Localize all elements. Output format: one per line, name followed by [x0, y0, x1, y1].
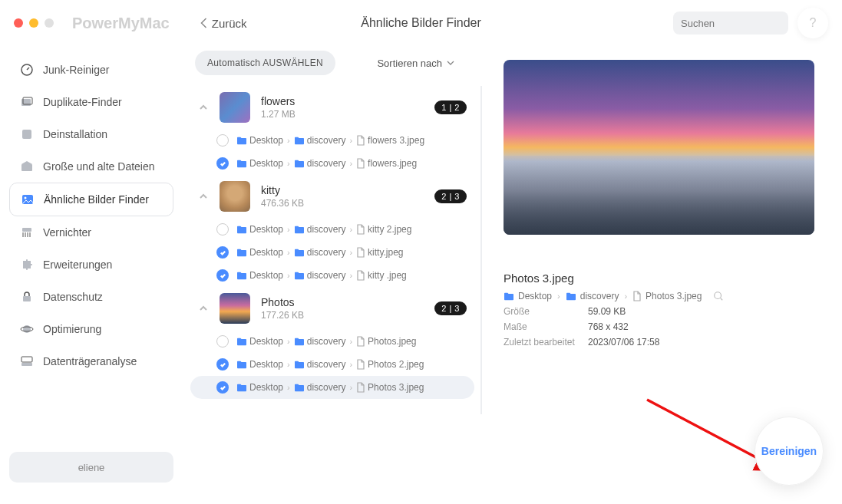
sidebar-item-folders[interactable]: Duplikate-Finder [9, 86, 173, 118]
group-header[interactable]: kitty476.36 KB 2 | 3 [190, 175, 474, 218]
checkbox-checked[interactable] [216, 157, 229, 170]
meta-val-dim: 768 x 432 [588, 321, 629, 332]
folder-icon [504, 292, 514, 301]
user-bar[interactable]: eliene [9, 452, 173, 483]
sidebar-item-app[interactable]: Deinstallation [9, 118, 173, 150]
folder-icon [294, 225, 305, 234]
folder-icon [294, 383, 305, 392]
planet-icon [20, 322, 34, 336]
sidebar-item-planet[interactable]: Optimierung [9, 313, 173, 345]
close-window-button[interactable] [14, 18, 23, 28]
file-icon [356, 382, 365, 393]
file-row[interactable]: Desktop › discovery › flowers.jpeg [190, 152, 474, 175]
file-row[interactable]: Desktop › discovery › Photos 2.jpeg [190, 353, 474, 376]
svg-point-14 [715, 292, 721, 299]
folders-icon [20, 95, 34, 109]
sidebar-item-label: Ähnliche Bilder Finder [44, 193, 149, 206]
sidebar-item-image[interactable]: Ähnliche Bilder Finder [9, 183, 173, 216]
group-count-badge: 2 | 3 [434, 189, 467, 203]
lock-icon [20, 290, 34, 304]
auto-select-button[interactable]: Automatisch AUSWÄHLEN [195, 51, 335, 75]
page-title: Ähnliche Bilder Finder [361, 16, 481, 30]
group-header[interactable]: flowers1.27 MB 1 | 2 [190, 86, 474, 129]
file-icon [356, 135, 365, 146]
checkbox-checked[interactable] [216, 246, 229, 259]
back-label: Zurück [212, 17, 247, 30]
folder-icon [236, 360, 247, 369]
sidebar-item-box[interactable]: Große und alte Dateien [9, 150, 173, 183]
file-path: Desktop › discovery › Photos.jpeg [236, 336, 416, 347]
file-row[interactable]: Desktop › discovery › Photos 3.jpeg [190, 376, 474, 399]
sidebar-item-label: Deinstallation [43, 128, 107, 140]
group-count-badge: 2 | 3 [434, 301, 467, 315]
file-path: Desktop › discovery › Photos 3.jpeg [236, 382, 424, 393]
box-icon [20, 160, 34, 173]
svg-rect-12 [21, 363, 32, 366]
file-path: Desktop › discovery › flowers.jpeg [236, 158, 417, 169]
sidebar-item-shredder[interactable]: Vernichter [9, 216, 173, 249]
back-button[interactable]: Zurück [200, 17, 247, 30]
file-icon [632, 291, 642, 301]
checkbox-unchecked[interactable] [216, 134, 229, 147]
folder-icon [236, 225, 247, 234]
file-icon [356, 158, 365, 169]
collapse-toggle[interactable] [198, 102, 209, 113]
minimize-window-button[interactable] [29, 18, 38, 28]
search-input[interactable] [681, 18, 810, 29]
sidebar-item-label: Duplikate-Finder [43, 96, 122, 108]
image-icon [21, 193, 35, 206]
file-row[interactable]: Desktop › discovery › kitty 2.jpeg [190, 218, 474, 241]
file-icon [356, 336, 365, 347]
file-row[interactable]: Desktop › discovery › Photos.jpeg [190, 330, 474, 353]
results-list: Automatisch AUSWÄHLEN Sortieren nach flo… [183, 46, 490, 504]
sidebar-item-gauge[interactable]: Junk-Reiniger [9, 54, 173, 86]
collapse-toggle[interactable] [198, 191, 209, 202]
svg-point-7 [25, 197, 27, 199]
checkbox-checked[interactable] [216, 269, 229, 282]
sidebar-item-label: Datenträgeranalyse [43, 355, 137, 367]
file-row[interactable]: Desktop › discovery › kitty.jpeg [190, 241, 474, 264]
detail-path[interactable]: Desktop › discovery › Photos 3.jpeg [504, 291, 814, 301]
folder-icon [294, 337, 305, 346]
maximize-window-button[interactable] [45, 18, 54, 28]
sidebar-item-puzzle[interactable]: Erweiterungen [9, 249, 173, 281]
checkbox-unchecked[interactable] [216, 335, 229, 348]
group-name: flowers [261, 95, 296, 107]
group-thumbnail [220, 181, 250, 212]
sidebar-item-disk[interactable]: Datenträgeranalyse [9, 345, 173, 377]
clean-button[interactable]: Bereinigen [754, 417, 824, 486]
checkbox-checked[interactable] [216, 381, 229, 394]
folder-icon [236, 136, 247, 145]
folder-icon [566, 292, 576, 301]
folder-icon [236, 383, 247, 392]
meta-val-size: 59.09 KB [588, 306, 626, 317]
folder-icon [294, 136, 305, 145]
app-name: PowerMyMac [72, 15, 170, 32]
folder-icon [294, 271, 305, 280]
disk-icon [20, 354, 34, 368]
sidebar-item-label: Optimierung [43, 323, 101, 335]
sort-dropdown[interactable]: Sortieren nach [377, 58, 454, 69]
folder-icon [294, 360, 305, 369]
preview-image [504, 60, 814, 235]
sidebar-item-lock[interactable]: Datenschutz [9, 281, 173, 313]
group-header[interactable]: Photos177.26 KB 2 | 3 [190, 287, 474, 330]
file-row[interactable]: Desktop › discovery › flowers 3.jpeg [190, 129, 474, 152]
collapse-toggle[interactable] [198, 303, 209, 314]
help-button[interactable]: ? [797, 8, 828, 38]
search-field[interactable] [673, 12, 788, 35]
file-icon [356, 224, 365, 235]
group-thumbnail [220, 293, 250, 324]
group-thumbnail [220, 92, 250, 123]
svg-rect-13 [21, 357, 32, 362]
detail-filename: Photos 3.jpeg [504, 272, 814, 285]
checkbox-unchecked[interactable] [216, 223, 229, 236]
reveal-in-finder-icon[interactable] [713, 291, 724, 301]
folder-icon [294, 248, 305, 257]
svg-rect-8 [22, 228, 31, 232]
file-row[interactable]: Desktop › discovery › kitty .jpeg [190, 264, 474, 287]
sidebar-item-label: Datenschutz [43, 291, 103, 303]
app-icon [20, 127, 34, 141]
puzzle-icon [20, 258, 34, 272]
checkbox-checked[interactable] [216, 358, 229, 371]
